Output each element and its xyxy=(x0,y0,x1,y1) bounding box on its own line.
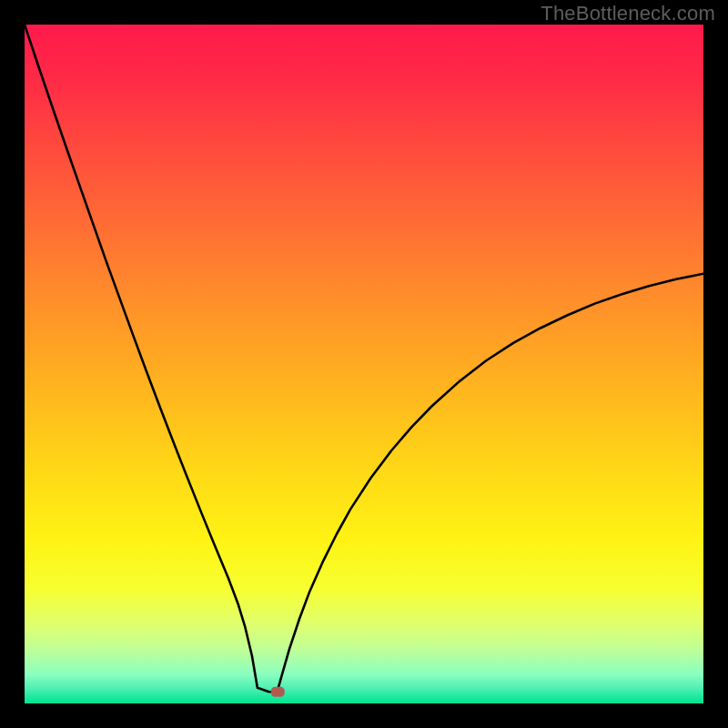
watermark-label: TheBottleneck.com xyxy=(541,2,715,25)
chart-frame: TheBottleneck.com xyxy=(0,0,728,728)
bottleneck-plot xyxy=(25,25,703,703)
gradient-background xyxy=(25,25,703,703)
optimum-marker xyxy=(271,687,285,697)
